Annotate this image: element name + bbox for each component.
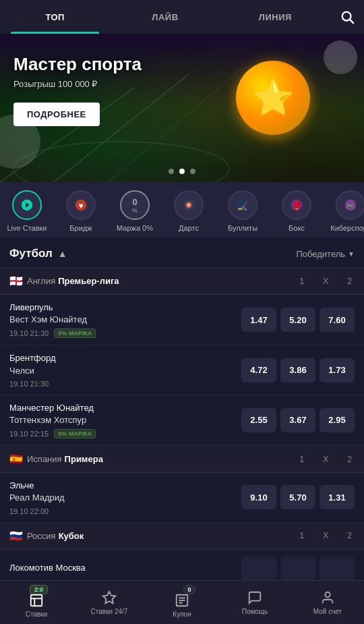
section-title: Футбол ▲ <box>9 247 67 260</box>
odd-x[interactable]: 3.67 <box>280 408 315 432</box>
nav-tabs: ТОП ЛАЙВ ЛИНИЯ <box>0 0 330 34</box>
svg-text:🎮: 🎮 <box>346 201 355 210</box>
svg-line-1 <box>351 20 354 24</box>
match-odds <box>241 557 355 581</box>
match-row[interactable]: Эльче Реал Мадрид 19.10 22:00 9.10 5.70 … <box>0 473 364 522</box>
odd-x[interactable]: 3.86 <box>280 358 315 382</box>
top-navigation: ТОП ЛАЙВ ЛИНИЯ <box>0 0 364 34</box>
sport-icon-live[interactable]: Live Ставки <box>0 190 54 232</box>
odd-x[interactable] <box>280 557 315 581</box>
search-button[interactable] <box>330 9 364 24</box>
russia-flag-icon: 🇷🇺 <box>9 530 23 542</box>
filter-button[interactable]: Победитель ▼ <box>296 249 355 259</box>
sport-icon-darts[interactable]: Дартс <box>162 190 216 232</box>
nav-account[interactable]: Мой счет <box>291 581 364 624</box>
svg-text:🏒: 🏒 <box>237 200 249 211</box>
dot-1[interactable] <box>169 169 174 174</box>
match-odds: 2.55 3.67 2.95 <box>241 408 355 432</box>
odd-1[interactable]: 9.10 <box>241 485 276 509</box>
sport-icon-margin[interactable]: 0 % Маржа 0% <box>108 190 162 232</box>
odd-1[interactable]: 1.47 <box>241 308 276 332</box>
chevron-down-icon: ▼ <box>348 250 355 258</box>
sport-icon-bullets[interactable]: 🏒 Буллиты <box>216 190 270 232</box>
score-badge: 2:0 <box>30 585 48 594</box>
chevron-up-icon[interactable]: ▲ <box>58 248 67 259</box>
zero-margin-badge: 0% МАРЖА <box>54 329 96 338</box>
england-flag-icon: 🏴󠁧󠁢󠁥󠁮󠁧󠁿 <box>9 275 23 287</box>
league-header-epl: 🏴󠁧󠁢󠁥󠁮󠁧󠁿 Англия Премьер-лига 1 X 2 <box>0 268 364 295</box>
banner-button[interactable]: ПОДРОБНЕЕ <box>13 103 100 126</box>
football-section: Футбол ▲ Победитель ▼ 🏴󠁧󠁢󠁥󠁮󠁧󠁿 Англия Пре… <box>0 237 364 588</box>
odd-2[interactable]: 7.60 <box>320 308 355 332</box>
svg-point-12 <box>187 204 190 206</box>
league-header-russia: 🇷🇺 Россия Кубок 1 X 2 <box>0 523 364 550</box>
dot-3[interactable] <box>190 169 195 174</box>
tab-line[interactable]: ЛИНИЯ <box>220 0 330 34</box>
sport-icons-row: Live Ставки ♥ Бридж 0 % Маржа 0% Дартс 🏒… <box>0 182 364 237</box>
nav-coupon[interactable]: 0 Купон <box>146 581 218 624</box>
match-row[interactable]: Ливерпуль Вест Хэм Юнайтед 19.10 21:30 0… <box>0 295 364 345</box>
banner-medal: ⭐ <box>236 61 324 148</box>
nav-bets[interactable]: 2:0 Ставки <box>0 581 73 624</box>
odd-1[interactable] <box>241 557 276 581</box>
odd-x[interactable]: 5.20 <box>280 308 315 332</box>
odd-2[interactable]: 2.95 <box>320 408 355 432</box>
match-odds: 9.10 5.70 1.31 <box>241 485 355 509</box>
match-row[interactable]: Брентфорд Челси 19.10 21:30 4.72 3.86 1.… <box>0 345 364 395</box>
dot-2[interactable] <box>179 169 185 174</box>
svg-point-5 <box>13 142 229 182</box>
odd-x[interactable]: 5.70 <box>280 485 315 509</box>
banner-dots <box>169 169 195 174</box>
svg-rect-19 <box>31 594 42 606</box>
coupon-count-badge: 0 <box>183 585 195 594</box>
promo-banner: Мастер спорта Розыгрыш 100 000 ₽ ПОДРОБН… <box>0 34 364 182</box>
svg-point-26 <box>325 592 330 596</box>
nav-help[interactable]: Помощь <box>218 581 291 624</box>
sport-icon-bridge[interactable]: ♥ Бридж <box>54 190 108 232</box>
section-header: Футбол ▲ Победитель ▼ <box>0 237 364 268</box>
odd-1[interactable]: 2.55 <box>241 408 276 432</box>
league-header-primera: 🇪🇸 Испания Примера 1 X 2 <box>0 446 364 473</box>
match-row[interactable]: Манчестер Юнайтед Тоттенхэм Хотспур 19.1… <box>0 395 364 446</box>
tab-live[interactable]: ЛАЙВ <box>110 0 220 34</box>
spain-flag-icon: 🇪🇸 <box>9 453 23 465</box>
match-odds: 4.72 3.86 1.73 <box>241 358 355 382</box>
nav-bets247[interactable]: Ставки 24/7 <box>73 581 146 624</box>
sport-icon-boxing[interactable]: 🥊 Бокс <box>270 190 324 232</box>
svg-point-0 <box>342 12 351 21</box>
bottom-navigation: 2:0 Ставки Ставки 24/7 0 Купон Помощь <box>0 580 364 624</box>
sport-icon-esport[interactable]: 🎮 Киберспорт <box>324 190 364 232</box>
match-odds: 1.47 5.20 7.60 <box>241 308 355 332</box>
tab-top[interactable]: ТОП <box>0 0 110 34</box>
svg-text:🥊: 🥊 <box>292 200 302 210</box>
odd-2[interactable]: 1.31 <box>320 485 355 509</box>
odd-2[interactable] <box>320 557 355 581</box>
odd-2[interactable]: 1.73 <box>320 358 355 382</box>
svg-text:♥: ♥ <box>78 201 83 210</box>
odd-1[interactable]: 4.72 <box>241 358 276 382</box>
zero-margin-badge: 0% МАРЖА <box>54 429 96 438</box>
